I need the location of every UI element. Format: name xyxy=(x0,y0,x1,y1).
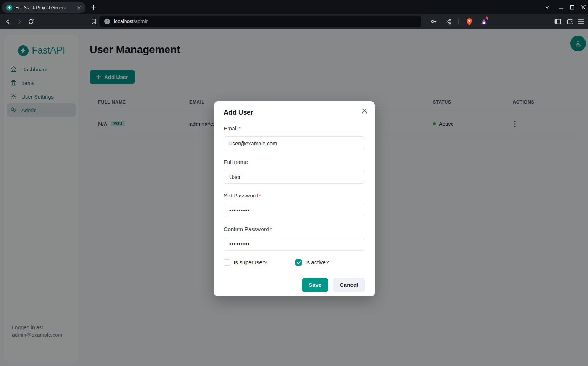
bookmark-icon[interactable] xyxy=(89,17,98,26)
save-button[interactable]: Save xyxy=(302,278,328,292)
site-info-icon[interactable]: i xyxy=(104,19,110,24)
password-key-icon[interactable] xyxy=(429,17,438,26)
full-name-field[interactable] xyxy=(224,170,365,184)
share-icon[interactable] xyxy=(444,17,452,26)
full-name-field-group: Full name xyxy=(224,159,365,184)
sidebar-toggle-icon[interactable] xyxy=(553,17,562,26)
reload-button[interactable] xyxy=(26,17,35,26)
modal-title: Add User xyxy=(224,109,365,116)
checkbox-row: Is superuser? Is active? xyxy=(224,259,365,266)
back-button[interactable] xyxy=(4,17,12,26)
set-password-field-group: Set Password* xyxy=(224,192,365,217)
window-close-button[interactable] xyxy=(579,3,588,11)
url-field[interactable]: i localhost/admin xyxy=(99,16,421,27)
required-mark: * xyxy=(270,226,272,232)
url-host: localhost xyxy=(114,19,133,24)
forward-button[interactable] xyxy=(15,17,24,26)
full-name-label: Full name xyxy=(224,159,365,165)
urlbar-actions: 1 xyxy=(421,16,488,27)
cancel-button[interactable]: Cancel xyxy=(333,278,365,292)
tab-strip: Full Stack Project Genera xyxy=(0,0,588,14)
brave-rewards-icon[interactable]: 1 xyxy=(480,17,488,26)
email-field-group: Email* xyxy=(224,125,365,150)
window-minimize-button[interactable] xyxy=(557,3,566,11)
is-superuser-checkbox[interactable]: Is superuser? xyxy=(224,259,295,266)
check-icon xyxy=(297,261,301,264)
brave-shield-icon[interactable] xyxy=(465,17,473,26)
tab-close-icon[interactable] xyxy=(75,4,82,11)
set-password-field[interactable] xyxy=(224,204,365,217)
checkbox-box[interactable] xyxy=(224,259,230,266)
checkbox-label: Is active? xyxy=(305,259,329,266)
confirm-password-label: Confirm Password* xyxy=(224,226,365,232)
url-text: localhost/admin xyxy=(114,19,148,24)
tab-search-chevron-icon[interactable] xyxy=(543,3,551,11)
is-active-checkbox[interactable]: Is active? xyxy=(295,259,329,266)
required-mark: * xyxy=(259,192,261,199)
required-mark: * xyxy=(239,125,241,131)
url-path: /admin xyxy=(133,19,148,24)
address-bar[interactable]: i localhost/admin xyxy=(99,16,488,27)
add-user-modal: Add User Email* Full name Set Password* … xyxy=(214,101,375,296)
modal-close-button[interactable] xyxy=(359,105,370,116)
wallet-icon[interactable] xyxy=(566,17,574,26)
confirm-password-field-group: Confirm Password* xyxy=(224,226,365,251)
confirm-password-field[interactable] xyxy=(224,237,365,251)
window-maximize-button[interactable] xyxy=(568,3,576,11)
browser-tab[interactable]: Full Stack Project Genera xyxy=(2,2,85,13)
browser-window: Full Stack Project Genera xyxy=(0,0,588,366)
tab-title: Full Stack Project Genera xyxy=(15,5,72,10)
divider xyxy=(458,19,459,24)
email-label: Email* xyxy=(224,125,365,132)
modal-actions: Save Cancel xyxy=(224,278,365,292)
fastapi-favicon-icon xyxy=(6,5,12,11)
browser-toolbar: i localhost/admin xyxy=(0,14,588,29)
new-tab-button[interactable] xyxy=(89,3,98,11)
close-icon xyxy=(362,108,367,114)
checkbox-box[interactable] xyxy=(295,259,302,266)
email-field[interactable] xyxy=(224,136,365,150)
checkbox-label: Is superuser? xyxy=(234,259,267,266)
menu-hamburger-icon[interactable] xyxy=(577,17,585,26)
set-password-label: Set Password* xyxy=(224,192,365,199)
